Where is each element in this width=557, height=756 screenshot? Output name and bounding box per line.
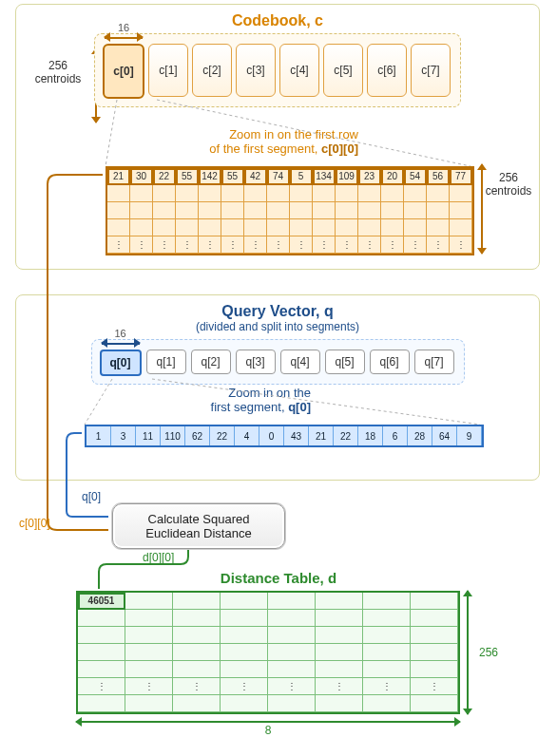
codebook-cell (199, 185, 221, 202)
distance-cell (221, 627, 268, 644)
distance-cell (125, 593, 173, 610)
distance-cell (411, 661, 458, 678)
distance-cell (221, 644, 268, 661)
codebook-cell (107, 202, 130, 219)
codebook-cell: 109 (336, 168, 358, 185)
distance-cell (268, 610, 316, 627)
calc-line1: Calculate Squared (123, 512, 275, 526)
codebook-cell (381, 185, 404, 202)
codebook-cell: 21 (107, 168, 130, 185)
query-cell: 22 (210, 426, 235, 445)
distance-cell (125, 610, 173, 627)
distance-cell (125, 661, 173, 678)
distance-cell (268, 695, 316, 712)
codebook-cell: ⋮ (153, 236, 176, 254)
distance-cell (173, 695, 221, 712)
flow-c-label: c[0][0] (19, 517, 50, 530)
query-cell: 6 (383, 426, 408, 445)
codebook-cell (221, 202, 244, 219)
codebook-cell (130, 202, 153, 219)
codebook-dim16-label: 16 (118, 22, 129, 33)
query-segment: q[7] (414, 350, 454, 374)
codebook-segments-wrap: 16 c[0]c[1]c[2]c[3]c[4]c[5]c[6]c[7] (94, 33, 461, 107)
distance-cell (173, 610, 221, 627)
codebook-segment: c[0] (103, 44, 144, 99)
distance-cell (316, 627, 363, 644)
codebook-cell (313, 219, 336, 236)
query-panel: Query Vector, q (divided and split into … (15, 294, 540, 481)
query-cell: 0 (259, 426, 284, 445)
distance-cell (316, 661, 363, 678)
codebook-detail: 2130225514255427451341092320545677⋮⋮⋮⋮⋮⋮… (106, 166, 474, 255)
distance-cell (125, 627, 173, 644)
distance-cell: ⋮ (316, 678, 363, 695)
codebook-cell (381, 202, 404, 219)
distance-cell (316, 610, 363, 627)
query-cell: 62 (185, 426, 210, 445)
codebook-cell (290, 202, 313, 219)
distance-cell (363, 610, 411, 627)
distance-cell (363, 644, 411, 661)
codebook-cell (290, 219, 313, 236)
codebook-cell: ⋮ (381, 236, 404, 254)
query-segment: q[2] (191, 350, 231, 374)
query-segment: q[6] (370, 350, 410, 374)
codebook-segment: c[1] (148, 44, 188, 97)
distance-grid: 46051⋮⋮⋮⋮⋮⋮⋮⋮ (76, 591, 460, 714)
codebook-cell (404, 185, 427, 202)
distance-cell (125, 644, 173, 661)
codebook-cell: 5 (290, 168, 313, 185)
codebook-cell (244, 219, 267, 236)
distance-rows-label: 256 (479, 646, 498, 659)
distance-cell (411, 610, 458, 627)
codebook-segment: c[2] (192, 44, 232, 97)
codebook-segment: c[3] (236, 44, 276, 97)
codebook-cell: 23 (358, 168, 381, 185)
distance-cell (78, 661, 125, 678)
codebook-cell (336, 185, 358, 202)
distance-cell (363, 661, 411, 678)
codebook-cell: ⋮ (313, 236, 336, 254)
codebook-cell (221, 185, 244, 202)
codebook-cell (107, 219, 130, 236)
codebook-cell (176, 219, 199, 236)
codebook-segment: c[5] (323, 44, 363, 97)
distance-cell (221, 593, 268, 610)
codebook-cell: 55 (176, 168, 199, 185)
codebook-title: Codebook, c (26, 12, 529, 29)
distance-cell (78, 695, 125, 712)
codebook-dim16-arrow: 16 (105, 31, 143, 45)
codebook-cell (404, 202, 427, 219)
codebook-cell: ⋮ (358, 236, 381, 254)
query-cell: 1 (86, 426, 111, 445)
codebook-cell: ⋮ (199, 236, 221, 254)
codebook-cell (130, 185, 153, 202)
distance-cell (173, 593, 221, 610)
codebook-cell: ⋮ (450, 236, 472, 254)
query-title: Query Vector, q (26, 303, 529, 320)
distance-cell (221, 695, 268, 712)
distance-cell (268, 593, 316, 610)
codebook-cell (290, 185, 313, 202)
query-segment: q[1] (146, 350, 186, 374)
distance-cell (78, 627, 125, 644)
codebook-cell: 56 (427, 168, 450, 185)
codebook-detail-grid: 2130225514255427451341092320545677⋮⋮⋮⋮⋮⋮… (106, 166, 474, 255)
codebook-cell: ⋮ (176, 236, 199, 254)
codebook-cell: 30 (130, 168, 153, 185)
codebook-cell (153, 185, 176, 202)
codebook-cell: 55 (221, 168, 244, 185)
codebook-cell (450, 185, 472, 202)
codebook-cell (427, 185, 450, 202)
codebook-cell (267, 202, 290, 219)
codebook-segment: c[7] (411, 44, 451, 97)
codebook-cell: ⋮ (244, 236, 267, 254)
distance-cols-label: 8 (76, 724, 460, 737)
query-cell: 3 (111, 426, 136, 445)
distance-cell: 46051 (78, 593, 125, 610)
distance-cell (363, 627, 411, 644)
query-cell: 110 (161, 426, 185, 445)
distance-cell (411, 627, 458, 644)
calc-box: Calculate Squared Euclidean Distance (112, 503, 285, 549)
codebook-cell: 134 (313, 168, 336, 185)
